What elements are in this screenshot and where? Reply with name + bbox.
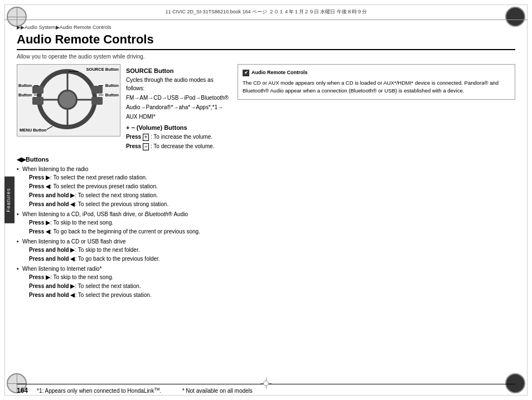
main-content: Audio Remote Controls Allow you to opera… <box>17 32 515 378</box>
list-item-radio: When listening to the radio Press ▶: To … <box>17 165 229 209</box>
right-column: ✔ Audio Remote Controls The CD or AUX mo… <box>238 64 515 301</box>
list-item-cd: When listening to a CD, iPod, USB flash … <box>17 210 229 236</box>
prev-next-title: ◀▶Buttons <box>17 156 229 163</box>
prev-next-list: When listening to the radio Press ▶: To … <box>17 165 229 300</box>
list-item-internet-radio: When listening to Internet radio* Press … <box>17 265 229 300</box>
prev-next-section: ◀▶Buttons When listening to the radio Pr… <box>17 156 229 300</box>
note-box: ✔ Audio Remote Controls The CD or AUX mo… <box>238 64 515 100</box>
button-left2-label: Button <box>18 92 32 97</box>
minus-button-icon: − <box>143 143 149 150</box>
list-item-usb: When listening to a CD or USB flash driv… <box>17 237 229 264</box>
volume-section-body: Press + : To increase the volume. Press … <box>126 133 229 150</box>
note-header: ✔ Audio Remote Controls <box>243 69 510 77</box>
left-column: SOURCE Button Button Button Button Butto… <box>17 64 229 301</box>
two-column-layout: SOURCE Button Button Button Button Butto… <box>17 64 515 301</box>
source-section: SOURCE Button Cycles through the audio m… <box>126 64 229 153</box>
header-bar: 11 CIVIC 2D_SI-31TS86210.book 164 ページ ２０… <box>4 4 528 20</box>
note-icon: ✔ <box>243 70 249 76</box>
source-cycle-3: AUX HDMI* <box>126 113 229 121</box>
features-tab: Features <box>4 177 14 223</box>
source-cycle-1: FM→AM→CD→USB→iPod→Bluetooth® <box>126 94 229 102</box>
button-left1-label: Button <box>18 83 32 88</box>
steering-wheel-image: SOURCE Button Button Button Button Butto… <box>17 64 120 136</box>
button-right2-label: Button <box>105 92 119 97</box>
menu-button-label: MENU Button <box>20 128 46 133</box>
source-cycle-2: Audio→Pandora®*→aha*→Apps*,*1→ <box>126 103 229 111</box>
button-right1-label: Button <box>105 83 119 88</box>
page-number: 164 <box>17 387 28 394</box>
footnote-star: * Not available on all models <box>182 388 253 394</box>
breadcrumb: ▶▶Audio System▶Audio Remote Controls <box>17 25 112 30</box>
book-info: 11 CIVIC 2D_SI-31TS86210.book 164 ページ ２０… <box>13 8 519 16</box>
page-title: Audio Remote Controls <box>17 32 515 50</box>
source-cycle-intro: Cycles through the audio modes as follow… <box>126 76 229 92</box>
source-section-body: Cycles through the audio modes as follow… <box>126 76 229 121</box>
note-body: The CD or AUX mode appears only when a C… <box>243 79 510 95</box>
plus-button-icon: + <box>143 134 149 141</box>
bottom-crosshair <box>260 378 272 389</box>
volume-section-title: + − (Volume) Buttons <box>126 124 229 131</box>
subtitle: Allow you to operate the audio system wh… <box>17 53 515 60</box>
volume-plus-line: Press + : To increase the volume. <box>126 133 229 141</box>
volume-minus-line: Press − : To decrease the volume. <box>126 142 229 150</box>
source-section-title: SOURCE Button <box>126 67 229 74</box>
footnote-star1: *1: Appears only when connected to Honda… <box>37 387 161 394</box>
source-button-label: SOURCE Button <box>86 67 119 72</box>
